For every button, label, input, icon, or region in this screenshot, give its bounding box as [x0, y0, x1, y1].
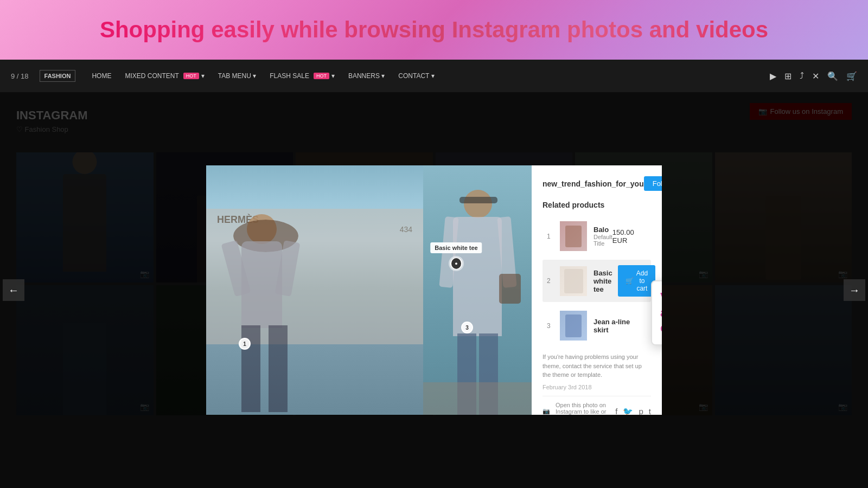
product-item-1[interactable]: 1 Balo Default Title 150.00 EUR: [542, 216, 651, 256]
instagram-footer-icon: 📷: [542, 408, 550, 415]
cart-icon-btn: 🛒: [626, 277, 634, 285]
nav-mixed-content[interactable]: MIXED CONTENT HOT ▾: [125, 72, 204, 80]
prev-arrow[interactable]: ←: [3, 279, 24, 301]
pinterest-icon[interactable]: p: [639, 407, 643, 415]
close-icon[interactable]: ✕: [812, 71, 819, 81]
product-info-3: Jean a-line skirt: [593, 318, 647, 334]
product-name-3: Jean a-line skirt: [593, 318, 647, 334]
search-icon[interactable]: 🔍: [827, 71, 838, 81]
post-date: February 3rd 2018: [542, 384, 651, 390]
product-thumb-2: [560, 266, 587, 296]
add-to-cart-button[interactable]: 🛒 Add to cart: [618, 265, 655, 297]
ig-username: new_trend_fashion_for_you: [542, 179, 644, 188]
modal-photo-left: HERMÈS 434 1: [206, 165, 423, 415]
grid-icon[interactable]: ⊞: [784, 71, 792, 81]
callout-text: View photo and add product to cart: [660, 290, 662, 336]
nav-contact[interactable]: CONTACT ▾: [398, 72, 434, 80]
banner-title: Shopping easily while browsing Instagram…: [100, 17, 768, 43]
nav-flash-sale[interactable]: FLASH SALE HOT ▾: [270, 72, 335, 80]
nav-links: HOME MIXED CONTENT HOT ▾ TAB MENU ▾ FLAS…: [92, 72, 770, 80]
modal-right-panel: new_trend_fashion_for_you Follow Related…: [532, 165, 662, 415]
open-instagram-text[interactable]: Open this photo on Instagram to like or …: [556, 402, 610, 415]
ig-user-header: new_trend_fashion_for_you Follow: [542, 176, 651, 191]
share-icon[interactable]: ⤴: [800, 71, 804, 81]
ig-footer: 📷 Open this photo on Instagram to like o…: [542, 396, 651, 415]
nav-counter: 9 / 18: [11, 72, 29, 80]
tumblr-icon[interactable]: t: [649, 407, 651, 415]
top-banner: Shopping easily while browsing Instagram…: [0, 0, 868, 60]
nav-bar: 9 / 18 FASHION HOME MIXED CONTENT HOT ▾ …: [0, 60, 868, 92]
modal-photo-right: ● Basic white tee 3: [423, 165, 532, 415]
logo-box[interactable]: FASHION: [40, 70, 76, 82]
follow-button[interactable]: Follow: [644, 176, 662, 191]
product-variant-1: Default Title: [593, 234, 612, 247]
nav-home[interactable]: HOME: [92, 72, 111, 80]
dot-marker-3[interactable]: 3: [461, 322, 473, 333]
nav-tab-menu[interactable]: TAB MENU ▾: [218, 72, 256, 80]
cart-icon[interactable]: 🛒: [846, 71, 857, 81]
related-products-title: Related products: [542, 201, 651, 209]
twitter-icon[interactable]: 🐦: [623, 407, 633, 415]
nav-banners[interactable]: BANNERS ▾: [348, 72, 385, 80]
dot-tooltip-2: Basic white tee: [430, 242, 482, 253]
product-num-2: 2: [547, 277, 554, 285]
main-area: INSTAGRAM ♡ Fashion Shop 📷 Follow us on …: [0, 92, 868, 488]
play-icon[interactable]: ▶: [770, 71, 776, 81]
callout-tooltip: View photo and add product to cart: [651, 280, 662, 345]
product-info-1: Balo Default Title: [593, 226, 612, 247]
dot-marker-1[interactable]: 1: [239, 338, 251, 350]
product-price-1: 150.00 EUR: [612, 228, 647, 245]
problems-text: If you're having problems using your the…: [542, 352, 651, 380]
product-thumb-1: [560, 221, 587, 251]
product-info-2: Basic white tee: [593, 269, 612, 293]
instagram-modal: HERMÈS 434 1: [206, 165, 662, 415]
product-num-3: 3: [547, 322, 554, 330]
modal-overlay: ← HERMÈS 434: [0, 92, 868, 488]
product-name-1: Balo: [593, 226, 612, 234]
product-name-2: Basic white tee: [593, 269, 612, 293]
facebook-icon[interactable]: f: [615, 407, 617, 415]
product-item-2[interactable]: 2 Basic white tee 🛒 Add to cart: [542, 260, 651, 302]
product-item-3[interactable]: 3 Jean a-line skirt: [542, 305, 651, 346]
product-thumb-3: [560, 311, 587, 341]
next-arrow[interactable]: →: [844, 279, 865, 301]
nav-logo: FASHION: [40, 70, 76, 82]
product-num-1: 1: [547, 233, 554, 240]
dot-marker-2[interactable]: ● Basic white tee: [450, 258, 462, 269]
nav-right-icons: ▶ ⊞ ⤴ ✕ 🔍 🛒: [770, 71, 857, 81]
